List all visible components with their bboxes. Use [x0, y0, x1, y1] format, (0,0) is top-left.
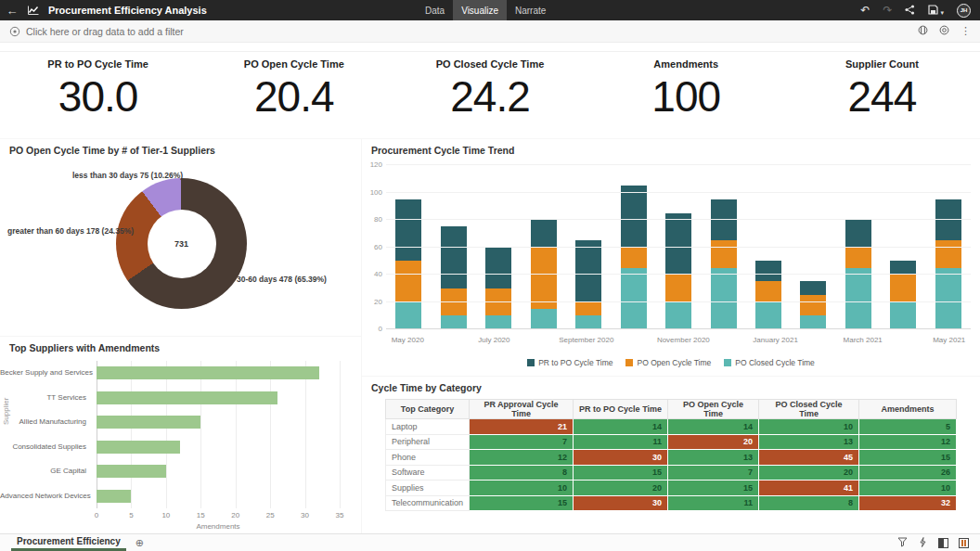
- kpi-tile[interactable]: PR to PO Cycle Time30.0: [0, 52, 196, 138]
- table-row[interactable]: Telecommunication153011832: [386, 495, 957, 511]
- table-column-header[interactable]: PR to PO Cycle Time: [574, 400, 668, 419]
- trend-bar[interactable]: [485, 165, 511, 329]
- category-table-tile[interactable]: Cycle Time by Category Top CategoryPR Ap…: [362, 376, 980, 533]
- trend-bar-segment[interactable]: [935, 240, 961, 268]
- table-value-cell[interactable]: 10: [859, 481, 957, 496]
- trend-bar-segment[interactable]: [800, 281, 826, 295]
- table-value-cell[interactable]: 15: [859, 450, 957, 466]
- donut-chart-tile[interactable]: PO Open Cycle Time by # of Tier-1 Suppli…: [0, 139, 362, 336]
- trend-bar-segment[interactable]: [755, 302, 781, 330]
- legend-item[interactable]: PO Closed Cycle Time: [724, 358, 815, 367]
- trend-bar[interactable]: [575, 165, 601, 329]
- table-value-cell[interactable]: 20: [759, 465, 859, 481]
- trend-bar-segment[interactable]: [665, 213, 691, 275]
- table-value-cell[interactable]: 15: [470, 495, 574, 511]
- table-value-cell[interactable]: 10: [470, 481, 574, 496]
- filter-bar[interactable]: Click here or drag data to add a filter …: [0, 20, 980, 43]
- table-value-cell[interactable]: 10: [759, 419, 859, 435]
- table-value-cell[interactable]: 15: [668, 481, 759, 496]
- trend-bar-segment[interactable]: [845, 220, 871, 248]
- trend-bar-segment[interactable]: [711, 268, 737, 329]
- canvas-layout-icon-1[interactable]: [938, 538, 948, 548]
- table-column-header[interactable]: PO Open Cycle Time: [668, 400, 759, 419]
- trend-bar-segment[interactable]: [800, 295, 826, 315]
- tab-visualize[interactable]: Visualize: [453, 0, 507, 20]
- save-caret-down-icon[interactable]: ▾: [940, 9, 944, 16]
- trend-bar-segment[interactable]: [531, 220, 557, 248]
- trend-bar-segment[interactable]: [575, 315, 601, 329]
- trend-bar[interactable]: [711, 165, 737, 329]
- trend-bar-segment[interactable]: [890, 261, 916, 275]
- trend-bar[interactable]: [845, 165, 871, 329]
- filter-settings-icon[interactable]: [918, 25, 928, 37]
- supplier-bar[interactable]: [97, 366, 319, 379]
- add-canvas-button[interactable]: ⊕: [135, 537, 144, 549]
- donut-ring[interactable]: 731: [116, 178, 247, 309]
- trend-bar-segment[interactable]: [711, 240, 737, 268]
- trend-bar-segment[interactable]: [485, 315, 511, 329]
- table-value-cell[interactable]: 32: [859, 495, 957, 511]
- supplier-bar[interactable]: [97, 441, 180, 454]
- trend-bar-segment[interactable]: [665, 302, 691, 330]
- save-icon[interactable]: ▾: [928, 5, 944, 17]
- add-filter-prompt[interactable]: Click here or drag data to add a filter: [26, 26, 184, 37]
- trend-bar-segment[interactable]: [890, 275, 916, 302]
- table-value-cell[interactable]: 12: [859, 434, 957, 450]
- table-row[interactable]: Laptop211414105: [386, 419, 957, 435]
- suppliers-chart-tile[interactable]: Top Suppliers with Amendments Supplier B…: [0, 336, 362, 533]
- trend-bar-segment[interactable]: [441, 315, 467, 329]
- kpi-tile[interactable]: PO Closed Cycle Time24.2: [392, 52, 587, 138]
- trend-bar-segment[interactable]: [845, 248, 871, 268]
- undo-icon[interactable]: ↶: [860, 5, 870, 16]
- table-row[interactable]: Supplies1020154110: [386, 481, 957, 496]
- trend-bar-segment[interactable]: [711, 199, 737, 240]
- trend-bar-segment[interactable]: [621, 248, 647, 268]
- trend-bar[interactable]: [531, 165, 557, 329]
- tab-data[interactable]: Data: [417, 0, 453, 20]
- trend-bar-segment[interactable]: [621, 186, 647, 247]
- trend-bar[interactable]: [800, 165, 826, 329]
- canvas-layout-icon-2[interactable]: [959, 538, 969, 548]
- trend-bar-segment[interactable]: [935, 268, 961, 329]
- trend-bar[interactable]: [665, 165, 691, 329]
- table-value-cell[interactable]: 7: [668, 465, 759, 481]
- trend-bar-segment[interactable]: [395, 302, 421, 330]
- table-value-cell[interactable]: 21: [470, 419, 574, 435]
- trend-bar-segment[interactable]: [395, 199, 421, 261]
- pin-filters-icon[interactable]: [939, 25, 949, 37]
- spark-icon[interactable]: [918, 537, 928, 549]
- table-value-cell[interactable]: 14: [574, 419, 668, 435]
- table-value-cell[interactable]: 5: [859, 419, 957, 435]
- share-icon[interactable]: [905, 5, 915, 17]
- table-value-cell[interactable]: 13: [759, 434, 859, 450]
- table-value-cell[interactable]: 26: [859, 465, 957, 481]
- add-filter-icon[interactable]: [9, 26, 20, 37]
- table-value-cell[interactable]: 30: [574, 450, 668, 466]
- table-value-cell[interactable]: 30: [574, 495, 668, 511]
- trend-bar-segment[interactable]: [531, 248, 557, 309]
- trend-bar[interactable]: [935, 165, 961, 329]
- trend-bar-segment[interactable]: [395, 261, 421, 301]
- back-button[interactable]: ←: [0, 4, 24, 18]
- table-value-cell[interactable]: 14: [668, 419, 759, 435]
- trend-bar[interactable]: [441, 165, 467, 329]
- trend-bar-segment[interactable]: [485, 288, 511, 316]
- kpi-tile[interactable]: PO Open Cycle Time20.4: [196, 52, 392, 138]
- trend-bar-segment[interactable]: [441, 288, 467, 316]
- supplier-bar[interactable]: [97, 416, 200, 429]
- supplier-bar[interactable]: [97, 391, 277, 404]
- trend-bar-segment[interactable]: [845, 268, 871, 329]
- quality-insights-icon[interactable]: [897, 537, 908, 549]
- table-value-cell[interactable]: 13: [668, 450, 759, 466]
- trend-bar-segment[interactable]: [890, 302, 916, 330]
- table-value-cell[interactable]: 45: [759, 450, 859, 466]
- redo-icon[interactable]: ↷: [883, 5, 892, 16]
- table-value-cell[interactable]: 15: [574, 465, 668, 481]
- table-row[interactable]: Phone1230134515: [386, 450, 957, 466]
- supplier-bar[interactable]: [97, 490, 131, 503]
- trend-bar-segment[interactable]: [441, 226, 467, 288]
- trend-bar[interactable]: [755, 165, 781, 329]
- table-value-cell[interactable]: 11: [574, 434, 668, 450]
- trend-bar-segment[interactable]: [800, 315, 826, 329]
- tab-narrate[interactable]: Narrate: [507, 0, 554, 20]
